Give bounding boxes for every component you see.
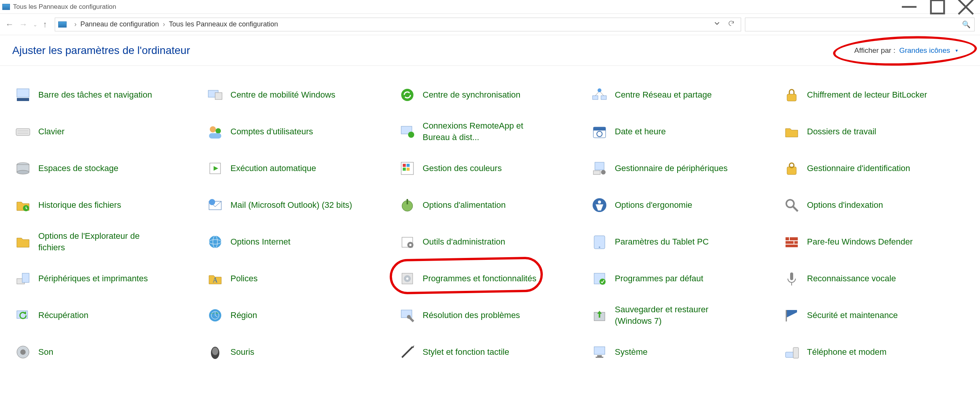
control-panel-item[interactable]: Souris (204, 338, 392, 366)
view-by-selector[interactable]: Afficher par : Grandes icônes ▾ (844, 44, 968, 57)
credential-icon (782, 159, 801, 178)
control-panel-item[interactable]: Gestionnaire de périphériques (588, 155, 776, 182)
users-icon (206, 122, 224, 141)
control-panel-items-grid: Barre des tâches et navigationCentre de … (0, 66, 980, 381)
storage-icon (14, 159, 32, 178)
control-panel-item[interactable]: Date et heure (588, 118, 776, 145)
control-panel-item[interactable]: Options Internet (204, 228, 392, 256)
security-icon (782, 306, 801, 325)
control-panel-item[interactable]: Centre de mobilité Windows (204, 81, 392, 109)
network-icon (590, 86, 609, 104)
control-panel-item[interactable]: Son (11, 338, 200, 366)
control-panel-item-label: Centre de synchronisation (423, 89, 521, 101)
control-panel-item-label: Comptes d'utilisateurs (230, 126, 313, 137)
control-panel-item-label: Souris (230, 346, 254, 358)
control-panel-item-label: Gestionnaire d'identification (807, 163, 910, 174)
control-panel-item[interactable]: Options d'indexation (780, 191, 969, 219)
control-panel-item[interactable]: Pare-feu Windows Defender (780, 228, 969, 256)
control-panel-item-label: Dossiers de travail (807, 126, 876, 137)
nav-back-button[interactable]: ← (5, 20, 14, 29)
control-panel-item[interactable]: Centre de synchronisation (396, 81, 584, 109)
control-panel-item[interactable]: Périphériques et imprimantes (11, 265, 200, 292)
refresh-button[interactable] (728, 20, 735, 29)
control-panel-item[interactable]: Reconnaissance vocale (780, 265, 969, 292)
control-panel-item-label: Mail (Microsoft Outlook) (32 bits) (230, 199, 352, 211)
window-close-button[interactable] (957, 1, 975, 13)
control-panel-item-label: Historique des fichiers (38, 199, 121, 211)
control-panel-item[interactable]: Polices (204, 265, 392, 292)
control-panel-item-label: Options de l'Explorateur de fichiers (38, 230, 165, 253)
control-panel-item[interactable]: Système (588, 338, 776, 366)
control-panel-item[interactable]: Espaces de stockage (11, 155, 200, 182)
control-panel-item-label: Stylet et fonction tactile (423, 346, 509, 358)
control-panel-item-label: Options d'ergonomie (615, 199, 692, 211)
power-icon (398, 196, 416, 214)
breadcrumb-part-2[interactable]: Tous les Panneaux de configuration (169, 20, 278, 28)
control-panel-item[interactable]: Sécurité et maintenance (780, 302, 969, 329)
phone-icon (782, 343, 801, 361)
nav-forward-button[interactable]: → (19, 20, 28, 29)
control-panel-item[interactable]: Outils d'administration (396, 228, 584, 256)
window-minimize-button[interactable] (900, 1, 918, 13)
control-panel-item[interactable]: Sauvegarder et restaurer (Windows 7) (588, 302, 776, 329)
control-panel-item-label: Centre Réseau et partage (615, 89, 712, 101)
control-panel-item[interactable]: Programmes et fonctionnalités (396, 265, 584, 292)
system-icon (590, 343, 609, 361)
control-panel-item[interactable]: Options d'ergonomie (588, 191, 776, 219)
control-panel-item[interactable]: Dossiers de travail (780, 118, 969, 145)
control-panel-item[interactable]: Connexions RemoteApp et Bureau à dist... (396, 118, 584, 145)
control-panel-item-label: Sécurité et maintenance (807, 310, 898, 321)
breadcrumb-separator-icon: › (74, 20, 77, 28)
control-panel-item[interactable]: Récupération (11, 302, 200, 329)
nav-recent-dropdown-icon[interactable]: ⌄ (33, 21, 38, 28)
control-panel-item[interactable]: Options d'alimentation (396, 191, 584, 219)
programs-icon (398, 269, 416, 288)
mail-icon (206, 196, 224, 214)
control-panel-item-label: Gestion des couleurs (423, 163, 502, 174)
control-panel-item-label: Système (615, 346, 648, 358)
control-panel-item[interactable]: Exécution automatique (204, 155, 392, 182)
control-panel-item-label: Région (230, 310, 257, 321)
nav-up-button[interactable]: ↑ (43, 20, 47, 29)
window-maximize-button[interactable] (929, 1, 946, 13)
control-panel-item-label: Connexions RemoteApp et Bureau à dist... (423, 120, 549, 143)
control-panel-item[interactable]: Clavier (11, 118, 200, 145)
control-panel-item[interactable]: Région (204, 302, 392, 329)
window-titlebar: Tous les Panneaux de configuration (0, 0, 980, 14)
address-bar-dropdown-icon[interactable] (714, 20, 720, 28)
control-panel-app-icon (2, 4, 10, 10)
control-panel-item[interactable]: Comptes d'utilisateurs (204, 118, 392, 145)
dropdown-triangle-icon: ▾ (956, 48, 958, 53)
navigation-bar: ← → ⌄ ↑ › Panneau de configuration › Tou… (0, 14, 980, 35)
control-panel-item-label: Options d'alimentation (423, 199, 506, 211)
control-panel-item-label: Paramètres du Tablet PC (615, 236, 709, 248)
remoteapp-icon (398, 122, 416, 141)
control-panel-item[interactable]: Barre des tâches et navigation (11, 81, 200, 109)
control-panel-item[interactable]: Stylet et fonction tactile (396, 338, 584, 366)
control-panel-item[interactable]: Gestion des couleurs (396, 155, 584, 182)
control-panel-item[interactable]: Historique des fichiers (11, 191, 200, 219)
search-input[interactable] (749, 20, 962, 28)
address-bar[interactable]: › Panneau de configuration › Tous les Pa… (55, 18, 741, 31)
sound-icon (14, 343, 32, 361)
search-icon[interactable]: 🔍 (962, 20, 970, 29)
breadcrumb-part-1[interactable]: Panneau de configuration (80, 20, 159, 28)
control-panel-item[interactable]: Programmes par défaut (588, 265, 776, 292)
admin-icon (398, 233, 416, 251)
control-panel-item[interactable]: Résolution des problèmes (396, 302, 584, 329)
control-panel-item-label: Programmes par défaut (615, 273, 703, 284)
internet-icon (206, 233, 224, 251)
search-box[interactable]: 🔍 (745, 18, 975, 31)
taskbar-icon (14, 86, 32, 104)
control-panel-item[interactable]: Chiffrement de lecteur BitLocker (780, 81, 969, 109)
control-panel-item[interactable]: Mail (Microsoft Outlook) (32 bits) (204, 191, 392, 219)
control-panel-item-label: Résolution des problèmes (423, 310, 520, 321)
control-panel-item[interactable]: Gestionnaire d'identification (780, 155, 969, 182)
control-panel-item[interactable]: Centre Réseau et partage (588, 81, 776, 109)
color-icon (398, 159, 416, 178)
control-panel-item[interactable]: Options de l'Explorateur de fichiers (11, 228, 200, 256)
devicemgr-icon (590, 159, 609, 178)
control-panel-item-label: Exécution automatique (230, 163, 316, 174)
control-panel-item[interactable]: Téléphone et modem (780, 338, 969, 366)
control-panel-item[interactable]: Paramètres du Tablet PC (588, 228, 776, 256)
